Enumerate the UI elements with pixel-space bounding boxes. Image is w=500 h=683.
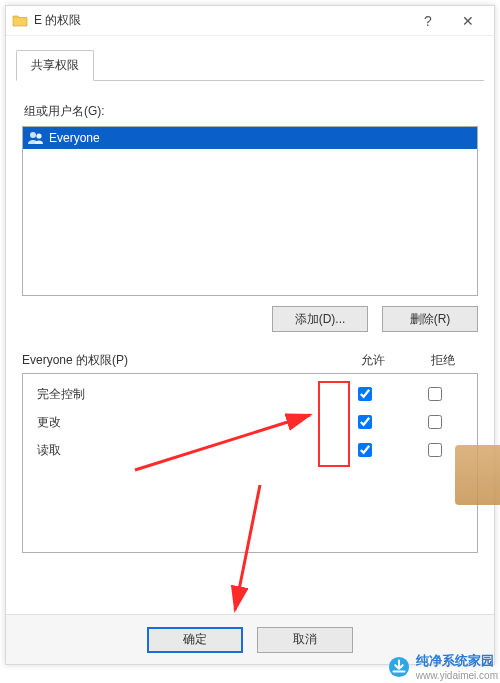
perm-name: 更改 <box>31 414 329 431</box>
groups-label: 组或用户名(G): <box>24 103 478 120</box>
ok-button[interactable]: 确定 <box>147 627 243 653</box>
help-button[interactable]: ? <box>408 6 448 36</box>
allow-checkbox-full-control[interactable] <box>358 387 372 401</box>
deny-checkbox-read[interactable] <box>428 443 442 457</box>
allow-column-header: 允许 <box>338 352 408 369</box>
window-controls: ? ✕ <box>408 6 488 36</box>
perm-name: 完全控制 <box>31 386 329 403</box>
perm-row: 读取 <box>31 436 469 464</box>
folder-icon <box>12 13 28 29</box>
decorative-box-icon <box>455 445 500 505</box>
watermark-logo-icon <box>388 656 410 678</box>
remove-button[interactable]: 删除(R) <box>382 306 478 332</box>
perm-row: 更改 <box>31 408 469 436</box>
tab-strip: 共享权限 <box>6 36 494 81</box>
deny-checkbox-full-control[interactable] <box>428 387 442 401</box>
panel-body: 组或用户名(G): Everyone 添加(D)... 删除(R) Everyo <box>6 81 494 563</box>
watermark-url: www.yidaimei.com <box>416 670 498 681</box>
svg-point-1 <box>36 133 41 138</box>
close-button[interactable]: ✕ <box>448 6 488 36</box>
watermark: 纯净系统家园 www.yidaimei.com <box>388 652 498 681</box>
user-buttons-row: 添加(D)... 删除(R) <box>22 306 478 332</box>
allow-checkbox-read[interactable] <box>358 443 372 457</box>
users-icon <box>27 130 45 146</box>
permissions-header: Everyone 的权限(P) 允许 拒绝 <box>22 352 478 369</box>
permissions-grid: 完全控制 更改 读取 <box>22 373 478 553</box>
perm-row: 完全控制 <box>31 380 469 408</box>
allow-checkbox-change[interactable] <box>358 415 372 429</box>
watermark-name: 纯净系统家园 <box>416 652 498 670</box>
titlebar: E 的权限 ? ✕ <box>6 6 494 36</box>
users-listbox[interactable]: Everyone <box>22 126 478 296</box>
deny-checkbox-change[interactable] <box>428 415 442 429</box>
window-title: E 的权限 <box>34 12 408 29</box>
cancel-button[interactable]: 取消 <box>257 627 353 653</box>
tab-share-permissions[interactable]: 共享权限 <box>16 50 94 81</box>
dialog-window: E 的权限 ? ✕ 共享权限 组或用户名(G): Every <box>5 5 495 665</box>
list-item-label: Everyone <box>49 131 100 145</box>
add-button[interactable]: 添加(D)... <box>272 306 368 332</box>
perm-name: 读取 <box>31 442 329 459</box>
permissions-for-label: Everyone 的权限(P) <box>22 352 338 369</box>
svg-point-0 <box>30 132 36 138</box>
deny-column-header: 拒绝 <box>408 352 478 369</box>
list-item[interactable]: Everyone <box>23 127 477 149</box>
